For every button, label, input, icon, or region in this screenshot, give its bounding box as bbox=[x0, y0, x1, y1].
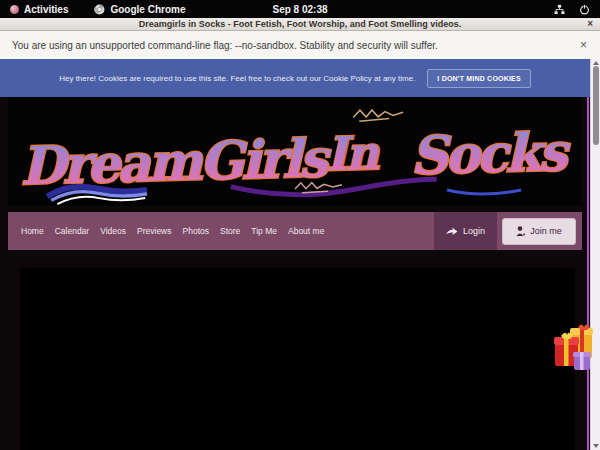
logo-word-in: In bbox=[325, 126, 380, 181]
nav-item-previews[interactable]: Previews bbox=[137, 226, 171, 236]
scrollbar-thumb[interactable] bbox=[593, 66, 599, 145]
activities-button[interactable]: Activities bbox=[10, 4, 68, 15]
login-button[interactable]: Login bbox=[434, 212, 497, 250]
scrollbar-up-arrow-icon[interactable] bbox=[593, 61, 599, 65]
nav-item-videos[interactable]: Videos bbox=[100, 226, 126, 236]
cookie-banner: Hey there! Cookies are required to use t… bbox=[0, 59, 590, 97]
nav-item-store[interactable]: Store bbox=[220, 226, 240, 236]
site-logo-banner[interactable]: DreamGirls In Socks bbox=[8, 97, 582, 206]
window-close-icon[interactable]: × bbox=[587, 18, 593, 30]
window-title-bar[interactable]: Dreamgirls in Socks - Foot Fetish, Foot … bbox=[0, 18, 600, 31]
dreamgirls-logo: DreamGirls In Socks bbox=[8, 97, 582, 206]
logo-word-socks: Socks bbox=[409, 121, 571, 186]
nav-list: Home Calendar Videos Previews Photos Sto… bbox=[21, 226, 324, 236]
person-icon bbox=[516, 226, 525, 236]
site-navbar: Home Calendar Videos Previews Photos Sto… bbox=[8, 212, 582, 250]
scrollbar-down-arrow-icon[interactable] bbox=[593, 444, 599, 448]
join-label: Join me bbox=[530, 226, 562, 236]
wave-decoration-blue-right bbox=[447, 188, 521, 195]
focused-app-menu[interactable]: Google Chrome bbox=[94, 4, 185, 15]
gifts-widget[interactable] bbox=[554, 322, 594, 374]
network-icon[interactable] bbox=[554, 4, 565, 15]
activities-label: Activities bbox=[24, 4, 68, 15]
chrome-icon bbox=[94, 4, 105, 15]
page-scrollbar[interactable] bbox=[590, 59, 600, 450]
join-button[interactable]: Join me bbox=[502, 218, 576, 245]
system-top-bar: Activities Google Chrome Sep 8 02:38 bbox=[0, 0, 600, 18]
web-page: Hey there! Cookies are required to use t… bbox=[0, 59, 590, 450]
page-right-accent-border bbox=[587, 97, 589, 450]
window-title: Dreamgirls in Socks - Foot Fetish, Foot … bbox=[139, 19, 461, 29]
infobar-close-icon[interactable]: × bbox=[580, 38, 587, 52]
logo-word-dreamgirls: DreamGirls bbox=[19, 127, 332, 196]
squiggle-decoration-top bbox=[353, 109, 403, 121]
chrome-infobar: You are using an unsupported command-lin… bbox=[0, 31, 600, 59]
gift-boxes-icon bbox=[554, 322, 594, 374]
video-player-area[interactable] bbox=[20, 268, 575, 450]
login-label: Login bbox=[463, 226, 485, 236]
nav-item-calendar[interactable]: Calendar bbox=[55, 226, 90, 236]
focused-app-label: Google Chrome bbox=[110, 4, 185, 15]
nav-item-aboutme[interactable]: About me bbox=[288, 226, 324, 236]
clock[interactable]: Sep 8 02:38 bbox=[0, 4, 600, 15]
activities-orb-icon bbox=[10, 5, 19, 14]
login-arrow-icon bbox=[446, 227, 458, 236]
infobar-message: You are using an unsupported command-lin… bbox=[12, 40, 438, 51]
cookie-accept-button[interactable]: I DON'T MIND COOKIES bbox=[427, 69, 530, 88]
nav-item-photos[interactable]: Photos bbox=[183, 226, 209, 236]
nav-item-home[interactable]: Home bbox=[21, 226, 44, 236]
nav-item-tipme[interactable]: Tip Me bbox=[251, 226, 277, 236]
cookie-message: Hey there! Cookies are required to use t… bbox=[59, 74, 415, 83]
power-icon[interactable] bbox=[579, 4, 590, 15]
